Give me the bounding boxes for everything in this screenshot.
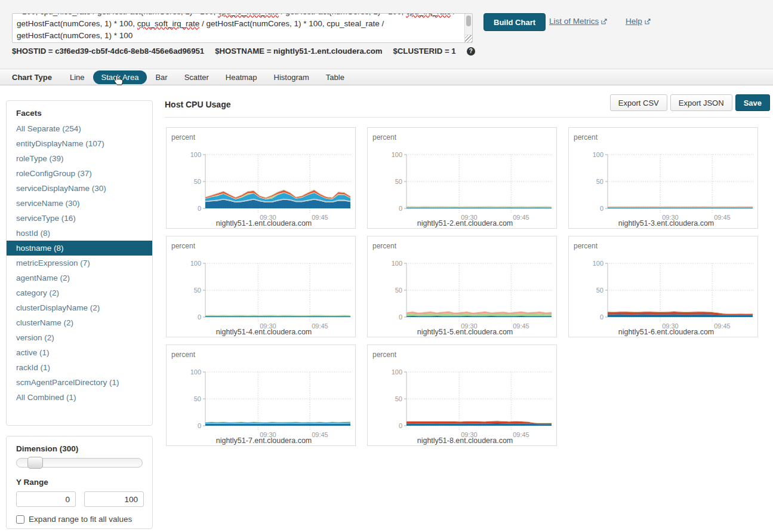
stack-area-layer bbox=[406, 316, 552, 317]
chart-card-5[interactable]: percent10050009:3009:45nightly51-5.ent.c… bbox=[367, 236, 557, 337]
query-input[interactable]: * 100, cpu_nice_rate / getHostFact(numCo… bbox=[12, 13, 473, 43]
y-tick-label: 0 bbox=[399, 313, 402, 321]
query-builder-section: * 100, cpu_nice_rate / getHostFact(numCo… bbox=[0, 0, 773, 69]
y-tick-label: 0 bbox=[399, 422, 402, 429]
chart-title: nightly51-7.ent.cloudera.com bbox=[216, 436, 312, 445]
query-token: / bbox=[451, 13, 455, 16]
list-of-metrics-link[interactable]: List of Metrics bbox=[549, 17, 607, 26]
facet-item-agentname[interactable]: agentName (2) bbox=[7, 270, 152, 285]
chart-title: nightly51-8.ent.cloudera.com bbox=[417, 436, 513, 445]
facet-item-active[interactable]: active (1) bbox=[7, 345, 152, 360]
chart-card-1[interactable]: percent10050009:3009:45nightly51-1.ent.c… bbox=[166, 127, 356, 229]
y-tick-label: 50 bbox=[194, 395, 201, 402]
facet-item-category[interactable]: category (2) bbox=[7, 285, 152, 300]
y-tick-label: 50 bbox=[596, 287, 603, 294]
hostid-variable: $HOSTID = c3f6ed39-cb5f-4dc6-8eb8-456e6a… bbox=[12, 47, 204, 56]
query-line: getHostFact(numCores, 1) * 100 bbox=[17, 30, 463, 42]
cursor-pointer-icon bbox=[113, 75, 124, 86]
y-tick-label: 100 bbox=[392, 260, 402, 267]
facet-item-hostid[interactable]: hostId (8) bbox=[7, 226, 152, 241]
facet-item-roletype[interactable]: roleType (39) bbox=[7, 151, 152, 166]
facet-item-roleconfiggroup[interactable]: roleConfigGroup (37) bbox=[7, 166, 152, 181]
facet-item-metricexpression[interactable]: metricExpression (7) bbox=[7, 256, 152, 270]
facet-item-all-combined[interactable]: All Combined (1) bbox=[7, 390, 152, 405]
chart-type-label: Chart Type bbox=[12, 73, 52, 82]
x-tick-label: 09:45 bbox=[312, 322, 328, 330]
query-token: / getHostFact(numCores, 1) * 100, cpu_st… bbox=[199, 19, 384, 28]
facet-item-hostname[interactable]: hostname (8) bbox=[7, 241, 152, 256]
chart-card-4[interactable]: percent10050009:3009:45nightly51-4.ent.c… bbox=[166, 236, 356, 337]
y-tick-label: 0 bbox=[399, 205, 402, 212]
chart-title: nightly51-5.ent.cloudera.com bbox=[417, 328, 513, 336]
y-tick-label: 100 bbox=[190, 368, 201, 376]
y-tick-label: 0 bbox=[600, 205, 603, 212]
stack-area-chart: percent10050009:3009:45nightly51-3.ent.c… bbox=[569, 128, 759, 228]
facets-list: All Separate (254)entityDisplayName (107… bbox=[7, 121, 152, 405]
facet-item-scmagentparceldirectory[interactable]: scmAgentParcelDirectory (1) bbox=[7, 375, 152, 390]
chart-type-scatter[interactable]: Scatter bbox=[184, 73, 209, 82]
chart-type-table[interactable]: Table bbox=[326, 73, 344, 82]
facet-item-clusterdisplayname[interactable]: clusterDisplayName (2) bbox=[7, 300, 152, 315]
chart-type-histogram[interactable]: Histogram bbox=[274, 73, 309, 82]
y-tick-label: 0 bbox=[198, 422, 201, 429]
y-tick-label: 50 bbox=[194, 287, 201, 294]
chart-title: nightly51-1.ent.cloudera.com bbox=[216, 219, 312, 227]
y-tick-label: 0 bbox=[600, 313, 603, 321]
y-tick-label: 50 bbox=[395, 178, 402, 185]
misspelled-token: cpu_irq_rate bbox=[406, 13, 451, 16]
chart-card-7[interactable]: percent10050009:3009:45nightly51-7.ent.c… bbox=[166, 345, 356, 446]
y-min-input[interactable] bbox=[16, 491, 76, 507]
facet-item-clustername[interactable]: clusterName (2) bbox=[7, 315, 152, 330]
expand-range-label: Expand range to fit all values bbox=[29, 515, 132, 524]
y-tick-label: 100 bbox=[593, 151, 603, 158]
export-json-button[interactable]: Export JSON bbox=[670, 94, 732, 111]
y-tick-label: 50 bbox=[395, 287, 402, 294]
expand-range-checkbox[interactable] bbox=[16, 515, 24, 524]
dimension-slider-thumb[interactable] bbox=[27, 457, 43, 469]
y-axis-unit-label: percent bbox=[372, 242, 397, 250]
chart-card-8[interactable]: percent10050009:3009:45nightly51-8.ent.c… bbox=[367, 345, 557, 446]
y-axis-unit-label: percent bbox=[171, 133, 196, 142]
misspelled-token: cpu_soft_irq_rate bbox=[137, 19, 199, 28]
export-csv-button[interactable]: Export CSV bbox=[610, 94, 667, 111]
facet-item-entitydisplayname[interactable]: entityDisplayName (107) bbox=[7, 136, 152, 151]
expand-range-row[interactable]: Expand range to fit all values bbox=[16, 515, 143, 524]
facet-item-servicetype[interactable]: serviceType (16) bbox=[7, 211, 152, 226]
facet-item-rackid[interactable]: rackId (1) bbox=[7, 360, 152, 375]
stack-area-layer bbox=[205, 423, 350, 426]
facets-heading: Facets bbox=[7, 101, 152, 121]
dimension-slider[interactable] bbox=[16, 458, 143, 468]
stack-area-chart: percent10050009:3009:45nightly51-8.ent.c… bbox=[368, 345, 558, 445]
build-chart-button[interactable]: Build Chart bbox=[483, 13, 546, 31]
dimension-label: Dimension (300) bbox=[16, 444, 143, 453]
y-tick-label: 0 bbox=[198, 205, 201, 212]
facet-item-servicedisplayname[interactable]: serviceDisplayName (30) bbox=[7, 181, 152, 196]
query-line: getHostFact(numCores, 1) * 100, cpu_soft… bbox=[17, 18, 463, 30]
chart-type-bar[interactable]: Bar bbox=[155, 73, 167, 82]
chart-card-6[interactable]: percent10050009:3009:45nightly51-6.ent.c… bbox=[568, 236, 758, 337]
chart-card-2[interactable]: percent10050009:3009:45nightly51-2.ent.c… bbox=[367, 127, 557, 229]
help-circle-icon[interactable]: ? bbox=[467, 47, 475, 56]
y-tick-label: 50 bbox=[596, 178, 603, 185]
facet-item-all-separate[interactable]: All Separate (254) bbox=[7, 121, 152, 136]
y-tick-label: 100 bbox=[190, 151, 201, 158]
charts-grid: percent10050009:3009:45nightly51-1.ent.c… bbox=[166, 127, 770, 462]
save-button[interactable]: Save bbox=[735, 94, 770, 111]
y-tick-label: 100 bbox=[190, 260, 201, 267]
x-tick-label: 09:45 bbox=[714, 322, 731, 330]
page-title: Host CPU Usage bbox=[165, 100, 230, 109]
chart-card-3[interactable]: percent10050009:3009:45nightly51-3.ent.c… bbox=[568, 127, 758, 229]
y-axis-unit-label: percent bbox=[372, 350, 397, 359]
y-tick-label: 0 bbox=[198, 313, 201, 321]
help-link[interactable]: Help bbox=[626, 17, 651, 26]
query-token: / getHostFact(numCores, 1) * 100, bbox=[279, 13, 406, 16]
chart-type-heatmap[interactable]: Heatmap bbox=[226, 73, 257, 82]
textarea-resize-handle[interactable] bbox=[464, 35, 472, 42]
textarea-scrollbar[interactable] bbox=[464, 14, 472, 35]
facet-item-servicename[interactable]: serviceName (30) bbox=[7, 196, 152, 211]
chart-type-line[interactable]: Line bbox=[70, 73, 85, 82]
textarea-scrollbar-thumb[interactable] bbox=[466, 16, 471, 26]
y-max-input[interactable] bbox=[84, 491, 144, 507]
x-tick-label: 09:45 bbox=[513, 322, 529, 330]
facet-item-version[interactable]: version (2) bbox=[7, 330, 152, 345]
